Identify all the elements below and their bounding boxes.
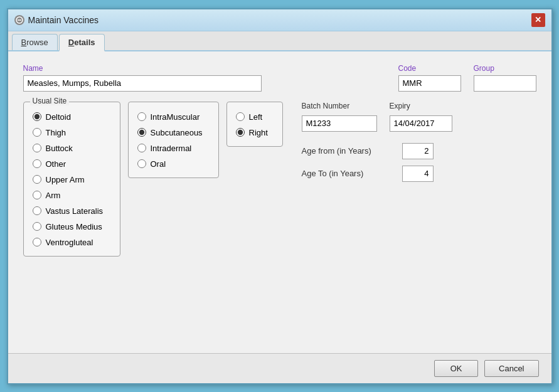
main-dialog: Maintain Vaccines ✕ BBrowserowse Details…: [7, 8, 553, 384]
tab-browse[interactable]: BBrowserowse: [12, 34, 58, 50]
batch-label: Batch Number: [302, 102, 377, 110]
age-to-row: Age To (in Years): [302, 166, 536, 182]
group-label: Group: [474, 64, 536, 73]
radio-thigh[interactable]: Thigh: [33, 128, 111, 137]
name-label: Name: [23, 64, 262, 73]
usual-site-area: Usual Site Deltoid Thigh Buttock Other: [23, 102, 283, 257]
code-field-group: Code: [398, 64, 461, 92]
right-section: Batch Number Expiry Age from (in Years): [302, 102, 536, 269]
radio-ventrogluteal[interactable]: Ventrogluteal: [33, 238, 111, 247]
tab-details[interactable]: Details: [59, 34, 105, 51]
bottom-bar: OK Cancel: [8, 353, 551, 383]
window-title: Maintain Vaccines: [28, 15, 99, 25]
expiry-input[interactable]: [390, 115, 452, 132]
age-from-label: Age from (in Years): [302, 146, 396, 156]
age-from-row: Age from (in Years): [302, 143, 536, 159]
age-to-input[interactable]: [402, 166, 434, 182]
radio-other[interactable]: Other: [33, 159, 111, 169]
group-input[interactable]: [474, 75, 536, 92]
radio-arm[interactable]: Arm: [33, 191, 111, 200]
main-layout: Usual Site Deltoid Thigh Buttock Other: [23, 102, 536, 269]
radio-right[interactable]: Right: [236, 128, 274, 137]
batch-expiry-row: Batch Number Expiry: [302, 102, 536, 132]
name-input[interactable]: [23, 75, 262, 92]
side-groupbox: Left Right: [226, 102, 283, 147]
form-content: Name Code Group Usual Site: [8, 51, 551, 353]
radio-intradermal[interactable]: Intradermal: [137, 144, 210, 153]
usual-site-groupbox: Usual Site Deltoid Thigh Buttock Other: [23, 102, 120, 257]
radio-subcutaneous[interactable]: Subcutaneous: [137, 128, 210, 137]
usual-site-title: Usual Site: [30, 97, 70, 105]
age-to-label: Age To (in Years): [302, 169, 396, 178]
radio-left[interactable]: Left: [236, 112, 274, 122]
radio-buttock[interactable]: Buttock: [33, 144, 111, 153]
code-label: Code: [398, 64, 461, 73]
method-groupbox: IntraMuscular Subcutaneous Intradermal O…: [128, 102, 219, 178]
expiry-field-group: Expiry: [390, 102, 452, 132]
site-radio-list: Deltoid Thigh Buttock Other Upper Ar: [33, 112, 111, 247]
method-radio-list: IntraMuscular Subcutaneous Intradermal O…: [137, 112, 210, 169]
title-bar: Maintain Vaccines ✕: [8, 9, 551, 31]
name-code-row: Name Code Group: [23, 64, 536, 92]
radio-oral[interactable]: Oral: [137, 159, 210, 169]
side-radio-list: Left Right: [236, 112, 274, 137]
cancel-button[interactable]: Cancel: [484, 360, 538, 377]
close-button[interactable]: ✕: [531, 13, 545, 27]
expiry-label: Expiry: [390, 102, 452, 110]
name-field-group: Name: [23, 64, 262, 92]
age-section: Age from (in Years) Age To (in Years): [302, 143, 536, 182]
ok-button[interactable]: OK: [434, 360, 478, 377]
tab-bar: BBrowserowse Details: [8, 31, 551, 51]
batch-input[interactable]: [302, 115, 377, 132]
code-input[interactable]: [398, 75, 461, 92]
radio-deltoid[interactable]: Deltoid: [33, 112, 111, 122]
radio-gluteus-medius[interactable]: Gluteus Medius: [33, 222, 111, 231]
radio-intramuscular[interactable]: IntraMuscular: [137, 112, 210, 122]
group-field-group: Group: [474, 64, 536, 92]
radio-vastus-lateralis[interactable]: Vastus Lateralis: [33, 206, 111, 216]
age-from-input[interactable]: [402, 143, 434, 159]
window-icon: [14, 15, 24, 25]
batch-field-group: Batch Number: [302, 102, 377, 132]
radio-upper-arm[interactable]: Upper Arm: [33, 175, 111, 184]
